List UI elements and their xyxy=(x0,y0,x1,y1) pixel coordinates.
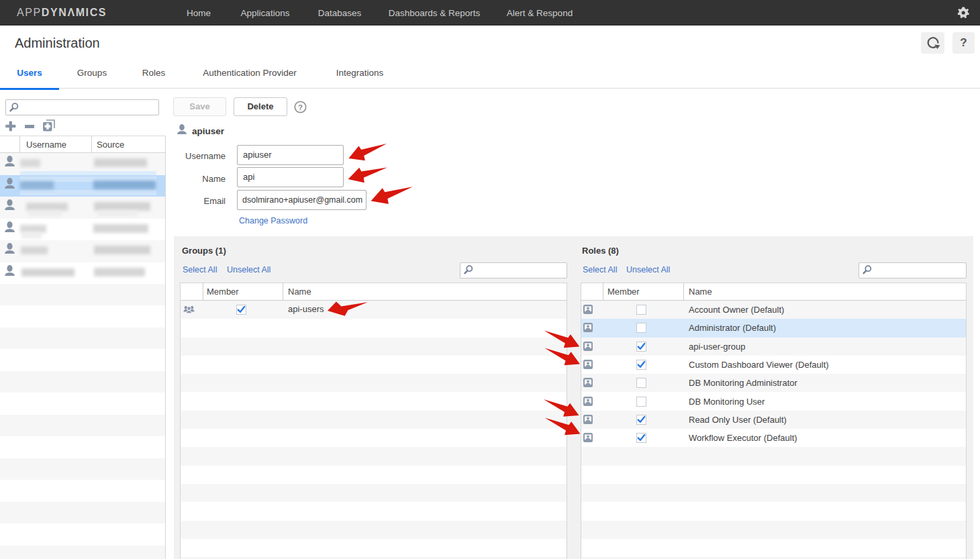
svg-text:?: ? xyxy=(298,103,303,111)
